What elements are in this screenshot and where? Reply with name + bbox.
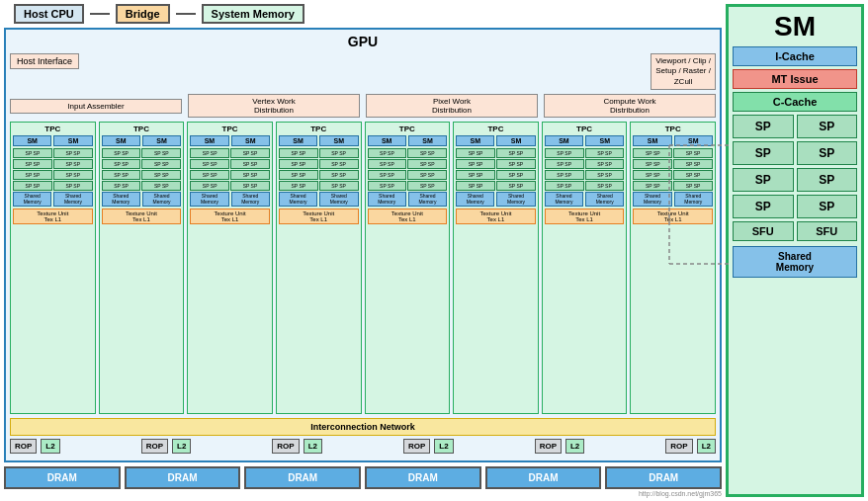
watermark: http://blog.csdn.net/gjm365 [4,490,722,497]
workdist-row: Input Assembler Vertex WorkDistribution … [10,94,716,118]
rop-box-2: ROP [141,439,168,454]
sm-sp-4: SP [797,141,858,165]
sp-mini: SP SP [141,148,181,158]
tex-unit-box: Texture UnitTex L1 [190,209,270,224]
sm-sp-5: SP [733,168,794,192]
sp-mini: SP SP [673,148,713,158]
sm-detail-panel: SM I-Cache MT Issue C-Cache SP SP SP SP … [726,4,864,497]
sp-mini: SP SP [279,170,318,180]
sp-mini: SP SP [585,181,625,191]
tpc-label: TPC [545,125,625,133]
sm-mini: SM [231,135,270,146]
tpc-label: TPC [368,125,448,133]
system-memory-box: System Memory [202,4,304,24]
dram-box-4: DRAM [365,466,481,489]
top-row: Host CPU Bridge System Memory [4,4,722,24]
sp-mini: SP SP [190,159,229,169]
shared-mem-mini: SharedMemory [319,192,358,207]
sp-mini: SP SP [279,181,318,191]
sp-mini: SP SP [13,159,52,169]
shared-mem-mini: SharedMemory [231,192,270,207]
sp-mini: SP SP [633,159,672,169]
tpc-block-3: TPC SM SM SP SP SP SP SP SP SP SP SP SP … [187,122,273,414]
sp-mini: SP SP [456,181,495,191]
sp-mini: SP SP [279,159,318,169]
shared-mem-mini: SharedMemory [585,192,624,207]
sp-mini: SP SP [673,181,713,191]
tpc-grid: TPC SM SM SP SP SP SP SP SP SP SP SP SP … [10,122,716,414]
sp-mini: SP SP [102,181,141,191]
tpc-label: TPC [13,125,93,133]
tex-unit-box: Texture UnitTex L1 [279,209,359,224]
sp-mini: SP SP [456,170,495,180]
gpu-title: GPU [10,34,716,49]
rop-box-5: ROP [535,439,562,454]
vertex-work-box: Vertex WorkDistribution [188,94,360,118]
shared-mem-mini: SharedMemory [408,192,447,207]
dram-row: DRAM DRAM DRAM DRAM DRAM DRAM [4,466,722,489]
viewport-box: Viewport / Clip /Setup / Raster /ZCull [651,53,716,90]
dram-box-1: DRAM [4,466,121,489]
sp-mini: SP SP [407,159,447,169]
sm-mini: SM [13,135,51,146]
shared-mem-mini: SharedMemory [279,192,317,207]
tpc-block-7: TPC SM SM SP SP SP SP SP SP SP SP SP SP … [542,122,628,414]
gpu-area: Host CPU Bridge System Memory GPU Host I… [0,0,726,501]
sp-mini: SP SP [230,148,270,158]
shared-mem-mini: SharedMemory [368,192,406,207]
tpc-label: TPC [190,125,270,133]
rop-l2-row: ROP L2 ROP L2 ROP L2 ROP L2 ROP L2 ROP L… [10,439,716,454]
sp-mini: SP SP [102,170,141,180]
shared-mem-mini: SharedMemory [190,192,228,207]
sm-mini: SM [633,135,671,146]
sp-mini: SP SP [368,148,407,158]
sm-mini: SM [408,135,447,146]
shared-mem-mini: SharedMemory [53,192,92,207]
sp-mini: SP SP [496,170,536,180]
sm-sfu-grid: SFU SFU [733,221,857,241]
sm-panel-title: SM [733,11,857,42]
sp-mini: SP SP [673,159,713,169]
shared-mem-mini: SharedMemory [496,192,535,207]
sp-mini: SP SP [13,170,52,180]
sm-mini: SM [585,135,624,146]
shared-mem-mini: SharedMemory [102,192,140,207]
tpc-block-6: TPC SM SM SP SP SP SP SP SP SP SP SP SP … [453,122,539,414]
sp-mini: SP SP [585,170,625,180]
rop-box-4: ROP [403,439,430,454]
shared-mem-mini: SharedMemory [674,192,713,207]
tex-unit-box: Texture UnitTex L1 [545,209,625,224]
sm-mini: SM [319,135,358,146]
host-interface-box: Host Interface [10,53,79,69]
sp-mini: SP SP [368,181,407,191]
rop-box-1: ROP [10,439,37,454]
dram-box-5: DRAM [485,466,602,489]
sp-mini: SP SP [102,148,141,158]
tpc-label: TPC [102,125,182,133]
dram-box-6: DRAM [605,466,722,489]
sm-sp-6: SP [797,168,858,192]
l2-box-5: L2 [565,439,584,454]
sp-mini: SP SP [141,181,181,191]
sp-mini: SP SP [633,170,672,180]
tex-unit-box: Texture UnitTex L1 [368,209,448,224]
sm-sp-7: SP [733,195,794,218]
sp-mini: SP SP [368,159,407,169]
tpc-label: TPC [279,125,359,133]
sm-mini: SM [545,135,583,146]
sp-mini: SP SP [456,159,495,169]
sp-mini: SP SP [585,159,625,169]
sm-sp-8: SP [797,195,858,218]
sp-mini: SP SP [319,170,359,180]
sp-mini: SP SP [230,159,270,169]
sm-mini: SM [674,135,713,146]
sp-mini: SP SP [496,181,536,191]
sp-mini: SP SP [13,148,52,158]
compute-work-box: Compute WorkDistribution [544,94,716,118]
tpc-block-8: TPC SM SM SP SP SP SP SP SP SP SP SP SP … [630,122,716,414]
sm-ccache-box: C-Cache [733,92,857,112]
sm-sp-1: SP [733,115,794,138]
sp-mini: SP SP [633,181,672,191]
sp-mini: SP SP [102,159,141,169]
sm-mini: SM [102,135,140,146]
